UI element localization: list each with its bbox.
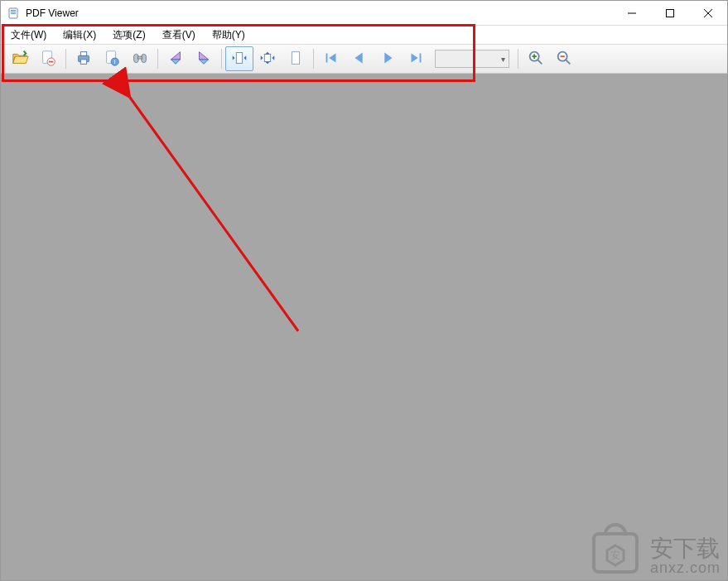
rotate-left-icon	[166, 49, 185, 70]
toolbar-separator	[518, 49, 518, 69]
binoculars-icon	[131, 49, 149, 70]
zoom-out-button[interactable]	[550, 46, 578, 71]
shopping-bag-icon: 安	[586, 522, 645, 575]
menu-bar: 文件(W) 编辑(X) 选项(Z) 查看(V) 帮助(Y)	[1, 26, 727, 44]
rotate-right-icon	[195, 49, 213, 70]
page-icon	[287, 49, 305, 70]
svg-rect-13	[80, 59, 86, 64]
toolbar-separator	[313, 49, 314, 69]
first-page-button[interactable]	[317, 46, 345, 71]
svg-line-26	[538, 60, 542, 64]
open-folder-icon	[11, 49, 29, 70]
menu-view[interactable]: 查看(V)	[156, 26, 202, 44]
toolbar: i	[1, 44, 727, 74]
next-page-button[interactable]	[374, 46, 402, 71]
svg-rect-22	[292, 51, 299, 64]
rotate-right-button[interactable]	[190, 46, 218, 71]
close-file-button[interactable]	[34, 46, 62, 71]
svg-rect-21	[264, 54, 270, 61]
watermark: 安 安下载 anxz.com	[586, 522, 721, 575]
maximize-button[interactable]	[651, 1, 689, 25]
printer-icon	[75, 49, 93, 70]
prev-page-button[interactable]	[345, 46, 374, 71]
fit-page-button[interactable]	[253, 46, 282, 71]
watermark-text-cn: 安下载	[650, 537, 721, 560]
toolbar-separator	[65, 49, 66, 69]
page-number-select[interactable]: ▾	[435, 50, 509, 68]
find-button[interactable]	[126, 46, 154, 71]
toolbar-separator	[157, 49, 158, 69]
minimize-button[interactable]	[613, 1, 651, 25]
last-page-icon	[407, 49, 425, 70]
svg-rect-19	[137, 56, 142, 59]
chevron-down-icon: ▾	[501, 55, 505, 64]
app-icon	[7, 7, 21, 20]
fit-width-icon	[230, 49, 248, 70]
svg-rect-1	[11, 10, 16, 11]
toolbar-separator	[221, 49, 222, 69]
prev-page-icon	[350, 49, 369, 70]
menu-file[interactable]: 文件(W)	[4, 26, 53, 44]
first-page-icon	[322, 49, 340, 70]
svg-text:安: 安	[610, 550, 620, 561]
close-button[interactable]	[689, 1, 727, 25]
menu-options[interactable]: 选项(Z)	[106, 26, 152, 44]
zoom-out-icon	[555, 49, 573, 70]
properties-button[interactable]: i	[98, 46, 126, 71]
window-controls	[613, 1, 727, 25]
actual-size-button[interactable]	[282, 46, 310, 71]
menu-help[interactable]: 帮助(Y)	[205, 26, 252, 44]
svg-line-30	[566, 60, 570, 64]
svg-rect-12	[80, 51, 86, 55]
fit-width-button[interactable]	[225, 46, 253, 71]
page-remove-icon	[39, 49, 57, 70]
last-page-button[interactable]	[402, 46, 430, 71]
svg-rect-20	[236, 52, 242, 63]
svg-rect-3	[11, 13, 16, 14]
window-title: PDF Viewer	[26, 7, 79, 19]
page-info-icon: i	[103, 49, 121, 70]
open-file-button[interactable]	[6, 46, 34, 71]
print-button[interactable]	[70, 46, 98, 71]
svg-rect-23	[326, 53, 328, 62]
fit-page-icon	[258, 49, 277, 70]
svg-rect-24	[420, 53, 422, 62]
watermark-text-url: anxz.com	[650, 560, 721, 575]
menu-edit[interactable]: 编辑(X)	[56, 26, 103, 44]
svg-rect-5	[667, 9, 674, 17]
rotate-left-button[interactable]	[162, 46, 190, 71]
title-bar: PDF Viewer	[1, 1, 727, 26]
zoom-in-button[interactable]	[522, 46, 550, 71]
svg-rect-2	[11, 12, 16, 12]
document-area: 安 安下载 anxz.com	[1, 74, 727, 580]
zoom-in-icon	[527, 49, 545, 70]
next-page-icon	[378, 49, 397, 70]
